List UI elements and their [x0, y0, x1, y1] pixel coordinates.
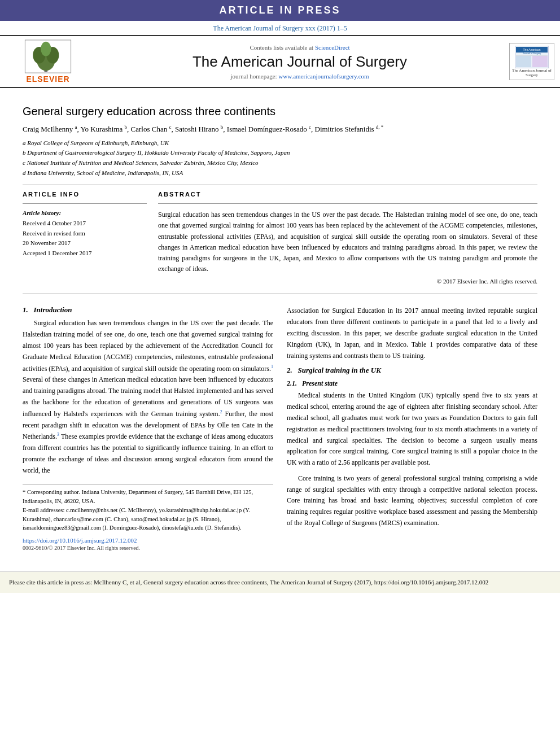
elsevier-logo-section: ELSEVIER — [6, 40, 90, 84]
history-label: Article history: — [23, 209, 147, 216]
svg-text:The American: The American — [523, 48, 541, 51]
article-info-text: Received 4 October 2017 Received in revi… — [23, 219, 147, 258]
journal-citation-text: The American Journal of Surgery xxx (201… — [213, 24, 347, 32]
science-direct-line: Contents lists available at ScienceDirec… — [96, 44, 504, 51]
affil-a: a Royal College of Surgeons of Edinburgh… — [23, 138, 537, 148]
journal-title: The American Journal of Surgery — [96, 53, 504, 71]
elsevier-label: ELSEVIER — [26, 75, 69, 84]
affiliations: a Royal College of Surgeons of Edinburgh… — [23, 138, 537, 178]
abstract-section: ABSTRACT Surgical education has seen tre… — [158, 191, 537, 285]
journal-mini-title: The American Journal of Surgery — [512, 68, 552, 78]
section-2-para-2: Core training is two years of general pr… — [287, 473, 537, 529]
divider-4 — [23, 294, 537, 294]
article-info-abstract: ARTICLE INFO Article history: Received 4… — [23, 191, 537, 285]
citation-text: Please cite this article in press as: Mc… — [9, 579, 488, 586]
right-col-intro: Association for Surgical Education in it… — [287, 305, 537, 361]
science-direct-link[interactable]: ScienceDirect — [315, 44, 350, 51]
received-date: Received 4 October 2017 — [23, 219, 147, 229]
article-title: General surgery education across three c… — [23, 105, 537, 118]
citation-bar: Please cite this article in press as: Mc… — [0, 571, 560, 593]
section-1-title: 1. Introduction — [23, 305, 273, 314]
abstract-text: Surgical education has seen tremendous c… — [158, 209, 537, 274]
journal-mini-logo: The American Journal of Surgery The Amer… — [509, 43, 554, 81]
authors-line: Craig McIlhenny a, Yo Kurashima b, Carlo… — [23, 124, 537, 135]
section-2-1-number: 2.1. — [287, 379, 297, 387]
section-2-title: 2. Surgical training in the UK — [287, 366, 537, 375]
journal-homepage-line: journal homepage: www.americanjournalofs… — [96, 73, 504, 80]
divider-2 — [23, 203, 147, 204]
section-1-number: 1. — [23, 305, 28, 314]
body-col-right: Association for Surgical Education in it… — [287, 305, 537, 551]
svg-text:Journal of Surgery: Journal of Surgery — [523, 52, 541, 55]
two-col-body: 1. Introduction Surgical education has s… — [23, 305, 537, 551]
affil-c: c National Institute of Nutrition and Me… — [23, 158, 537, 168]
journal-citation: The American Journal of Surgery xxx (201… — [0, 21, 560, 35]
footnote-section: * Corresponding author. Indiana Universi… — [23, 484, 273, 532]
section-2-1-label: Present state — [302, 379, 338, 387]
banner-text: ARTICLE IN PRESS — [219, 5, 340, 16]
journal-mini-cover-icon: The American Journal of Surgery — [515, 46, 549, 68]
affil-d: d Indiana University, School of Medicine… — [23, 168, 537, 178]
divider-3 — [158, 203, 537, 204]
issn-line: 0002-9610/© 2017 Elsevier Inc. All right… — [23, 545, 273, 551]
homepage-url[interactable]: www.americanjournalofsurgery.com — [278, 73, 369, 80]
article-info-section: ARTICLE INFO Article history: Received 4… — [23, 191, 147, 285]
article-in-press-banner: ARTICLE IN PRESS — [0, 0, 560, 21]
section-2-label: Surgical training in the UK — [298, 366, 381, 374]
article-info-heading: ARTICLE INFO — [23, 191, 147, 198]
divider-1 — [23, 185, 537, 185]
main-content: General surgery education across three c… — [0, 88, 560, 562]
abstract-heading: ABSTRACT — [158, 191, 537, 198]
svg-rect-11 — [516, 56, 531, 67]
accepted-date: Accepted 1 December 2017 — [23, 248, 147, 259]
body-content: 1. Introduction Surgical education has s… — [23, 305, 537, 551]
journal-header-center: Contents lists available at ScienceDirec… — [96, 44, 504, 80]
svg-point-4 — [41, 42, 51, 56]
email-footnote: E-mail addresses: c.mcilhenny@nhs.net (C… — [23, 506, 273, 532]
section-1-label: Introduction — [34, 305, 72, 314]
homepage-label: journal homepage: — [230, 73, 277, 80]
section-2-1-title: 2.1. Present state — [287, 379, 537, 388]
revised-label: Received in revised form — [23, 229, 147, 239]
copyright-line: © 2017 Elsevier Inc. All rights reserved… — [158, 278, 537, 285]
doi-link[interactable]: https://doi.org/10.1016/j.amjsurg.2017.1… — [23, 537, 273, 544]
section-2-number: 2. — [287, 366, 292, 374]
section-2-para-1: Medical students in the United Kingdom (… — [287, 390, 537, 469]
journal-header: ELSEVIER Contents lists available at Sci… — [0, 35, 560, 88]
elsevier-tree-icon — [23, 40, 73, 73]
intro-para-1: Surgical education has seen tremendous c… — [23, 318, 273, 476]
email-label: E-mail addresses: — [23, 507, 64, 513]
contents-label: Contents lists available at — [250, 44, 313, 51]
affil-b: b Department of Gastroenterological Surg… — [23, 148, 537, 158]
body-col-left: 1. Introduction Surgical education has s… — [23, 305, 273, 551]
svg-rect-12 — [532, 56, 548, 67]
revised-date: 20 November 2017 — [23, 238, 147, 248]
corresponding-author: * Corresponding author. Indiana Universi… — [23, 488, 273, 506]
elsevier-logo: ELSEVIER — [6, 40, 90, 84]
